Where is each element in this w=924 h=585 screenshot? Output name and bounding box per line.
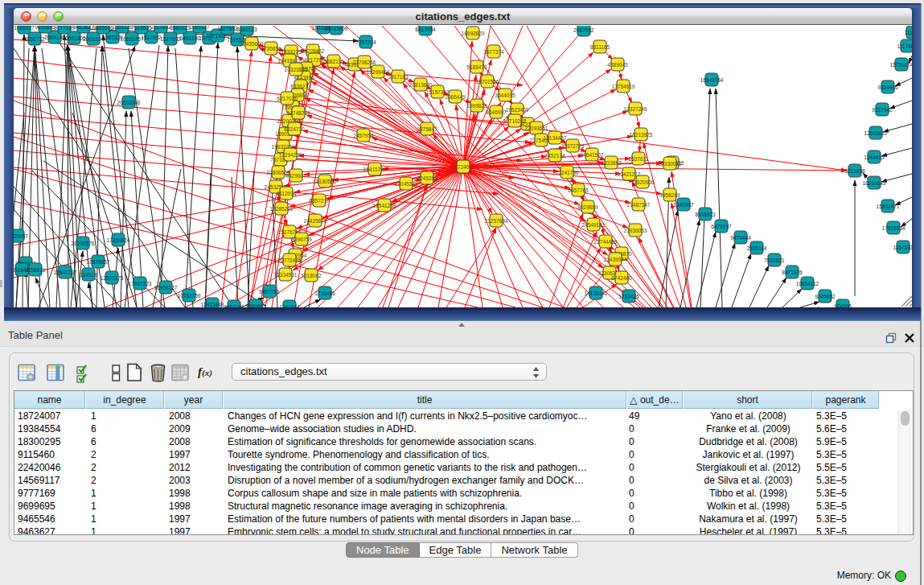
svg-text:1716485: 1716485 <box>314 290 335 296</box>
svg-text:21439044: 21439044 <box>604 257 627 262</box>
svg-text:22330030: 22330030 <box>659 161 682 167</box>
svg-text:14136141: 14136141 <box>585 290 608 296</box>
svg-text:4055712: 4055712 <box>24 36 45 42</box>
svg-text:13045349: 13045349 <box>395 181 418 187</box>
svg-text:19299464: 19299464 <box>367 69 390 75</box>
svg-text:17957223: 17957223 <box>129 281 152 286</box>
svg-text:1527602: 1527602 <box>160 36 181 42</box>
svg-text:7515525: 7515525 <box>131 26 152 31</box>
svg-text:15751074: 15751074 <box>890 62 912 68</box>
svg-text:24425670: 24425670 <box>304 218 327 224</box>
svg-text:23706266: 23706266 <box>353 60 376 65</box>
svg-text:1527602: 1527602 <box>141 35 162 40</box>
svg-text:17359924: 17359924 <box>107 237 130 243</box>
svg-text:10975857: 10975857 <box>87 259 110 265</box>
svg-text:6466160: 6466160 <box>179 35 200 41</box>
svg-text:20053346: 20053346 <box>117 100 141 105</box>
svg-text:20206576: 20206576 <box>72 241 95 246</box>
svg-text:5682115: 5682115 <box>324 59 344 64</box>
svg-text:111748: 111748 <box>905 30 912 35</box>
svg-text:1218062: 1218062 <box>301 273 322 278</box>
svg-text:16213925: 16213925 <box>630 132 653 138</box>
svg-text:4245263: 4245263 <box>417 175 437 181</box>
svg-text:19523409: 19523409 <box>506 107 529 113</box>
svg-text:3644095: 3644095 <box>495 93 515 98</box>
svg-text:1117488: 1117488 <box>897 43 912 49</box>
svg-text:3215958: 3215958 <box>844 168 865 174</box>
svg-text:9777169: 9777169 <box>54 26 75 31</box>
svg-text:9474444: 9474444 <box>730 235 751 241</box>
svg-text:10958127: 10958127 <box>154 285 178 290</box>
svg-text:22093651: 22093651 <box>525 126 548 131</box>
svg-text:2935114: 2935114 <box>747 245 767 251</box>
svg-text:22744459: 22744459 <box>594 239 618 245</box>
svg-text:9227342: 9227342 <box>872 107 893 113</box>
svg-text:3917183: 3917183 <box>388 74 409 80</box>
svg-text:19285201: 19285201 <box>270 206 294 212</box>
svg-text:2087652: 2087652 <box>573 27 594 33</box>
svg-text:12920906: 12920906 <box>631 179 655 185</box>
svg-text:13701506: 13701506 <box>476 79 499 84</box>
svg-text:16415740: 16415740 <box>363 167 387 172</box>
svg-text:2005334: 2005334 <box>83 36 104 42</box>
svg-text:6742460: 6742460 <box>611 275 632 281</box>
svg-text:2066449: 2066449 <box>445 94 466 100</box>
svg-text:2457954: 2457954 <box>353 133 374 138</box>
svg-text:16210643: 16210643 <box>863 180 886 186</box>
svg-text:8938923: 8938923 <box>695 212 716 217</box>
svg-text:12423448: 12423448 <box>201 302 224 307</box>
svg-text:1065327: 1065327 <box>14 26 35 31</box>
svg-text:21257684: 21257684 <box>485 218 508 224</box>
svg-text:1156819: 1156819 <box>26 267 46 273</box>
svg-text:6457765: 6457765 <box>568 187 589 193</box>
svg-text:8813054: 8813054 <box>415 27 436 32</box>
svg-text:13754919: 13754919 <box>612 84 635 89</box>
svg-text:8660123: 8660123 <box>236 27 257 32</box>
svg-text:10334531: 10334531 <box>274 272 298 278</box>
svg-text:18992829: 18992829 <box>462 31 485 36</box>
svg-text:15180586: 15180586 <box>314 179 337 184</box>
svg-text:1733426: 1733426 <box>618 294 639 299</box>
svg-text:4735650: 4735650 <box>261 46 281 51</box>
svg-text:24549181: 24549181 <box>582 222 606 228</box>
svg-text:9699695: 9699695 <box>35 26 55 30</box>
svg-text:12294238: 12294238 <box>279 152 302 158</box>
svg-text:9875847: 9875847 <box>417 126 437 132</box>
svg-text:18724007: 18724007 <box>452 164 475 170</box>
svg-text:1244415: 1244415 <box>864 154 885 160</box>
svg-text:1065326: 1065326 <box>112 26 133 30</box>
svg-text:8646997: 8646997 <box>486 109 507 115</box>
svg-text:3333883: 3333883 <box>601 160 622 166</box>
svg-text:1527602: 1527602 <box>217 26 238 31</box>
svg-text:8471676: 8471676 <box>782 270 803 275</box>
svg-text:9245052: 9245052 <box>815 294 836 299</box>
svg-text:15692971: 15692971 <box>877 204 900 209</box>
svg-text:20772475: 20772475 <box>278 257 302 263</box>
svg-text:23936053: 23936053 <box>624 228 647 233</box>
svg-text:20372723: 20372723 <box>561 143 585 149</box>
svg-text:9463627: 9463627 <box>73 26 94 30</box>
svg-text:7357224: 7357224 <box>355 39 376 45</box>
svg-text:114519: 114519 <box>80 272 97 278</box>
svg-text:10327246: 10327246 <box>624 106 647 112</box>
svg-text:3677374: 3677374 <box>483 49 504 55</box>
svg-text:1065327: 1065327 <box>189 26 210 30</box>
svg-text:10782759: 10782759 <box>178 293 201 299</box>
svg-text:13134457: 13134457 <box>544 135 567 141</box>
svg-text:1167533: 1167533 <box>893 245 912 250</box>
svg-text:4112034: 4112034 <box>277 191 297 196</box>
svg-text:5188470: 5188470 <box>466 64 487 70</box>
svg-text:10654112: 10654112 <box>796 281 819 286</box>
svg-text:6479197: 6479197 <box>711 224 732 229</box>
svg-text:24641507: 24641507 <box>581 152 604 158</box>
svg-text:16648784: 16648784 <box>700 77 724 83</box>
svg-text:9465546: 9465546 <box>92 26 113 31</box>
svg-text:4429607: 4429607 <box>285 173 306 179</box>
svg-text:6357277: 6357277 <box>309 198 330 204</box>
svg-text:2537611: 2537611 <box>629 156 649 162</box>
svg-text:10323815: 10323815 <box>285 67 308 72</box>
svg-text:7452134: 7452134 <box>544 153 565 159</box>
svg-text:10710248: 10710248 <box>503 118 527 124</box>
svg-text:9457791: 9457791 <box>259 289 280 295</box>
svg-text:9329966: 9329966 <box>877 84 898 90</box>
